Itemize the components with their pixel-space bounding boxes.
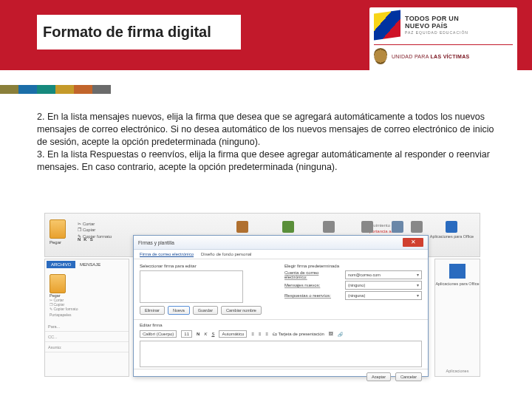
edit-signature-label: Editar firma [134,319,428,329]
select-signature-label: Seleccionar firma para editar [140,264,277,268]
bold-button[interactable]: N [78,237,81,242]
replies-label: Respuestas o reenvíos: [284,293,342,298]
address-book-icon[interactable] [236,221,248,233]
compose-copyfmt[interactable]: Copiar formato [53,307,78,311]
color-combo[interactable]: Automático [219,330,247,338]
file-tab[interactable]: ARCHIVO [47,261,75,268]
ok-button[interactable]: Aceptar [366,372,391,381]
cancel-button[interactable]: Cancelar [395,372,422,381]
check-names-icon[interactable] [282,221,294,233]
save-button[interactable]: Guardar [193,306,218,315]
account-combo[interactable]: nom@correo.com [345,270,422,279]
account-label: Cuenta de correo electrónico: [284,270,342,279]
paste-label: Pegar [50,240,66,245]
underline-button-2[interactable]: S [211,332,214,336]
to-field[interactable]: Para... [45,321,129,332]
logo-line2: NUEVO PAÍS [405,23,468,30]
paragraph-2: 2. En la lista mensajes nuevos, elija la… [37,111,495,149]
italic-button-2[interactable]: K [204,332,207,336]
replies-combo[interactable]: (ninguna) [345,291,422,300]
logo-bottom-prefix: UNIDAD PARA [392,54,429,59]
business-card-button[interactable]: Tarjeta de presentación [279,332,324,336]
new-button[interactable]: Nueva [168,306,190,315]
outlook-screenshot: Pegar ✂ Cortar ❐ Copiar ✎ Copiar formato… [44,213,480,383]
logo-area: TODOS POR UN NUEVO PAÍS PAZ EQUIDAD EDUC… [369,7,517,89]
signature-edit-area[interactable] [140,341,422,367]
message-tab[interactable]: MENSAJE [80,262,100,267]
office-apps-label: Aplicaciones para Office [430,234,474,239]
rename-button[interactable]: Cambiar nombre [221,306,262,315]
link-icon[interactable]: 🔗 [338,332,343,337]
delete-button[interactable]: Eliminar [140,306,165,315]
ribbon-cut[interactable]: Cortar [83,222,95,226]
paste-icon-2[interactable] [50,274,66,293]
paragraph-3: 3. En la lista Respuestas o reenvíos, el… [37,149,495,174]
ribbon-copy[interactable]: Copiar [83,228,96,232]
new-messages-label: Mensajes nuevos: [284,283,342,287]
new-messages-combo[interactable]: (ninguno) [345,281,422,290]
font-combo[interactable]: Calibri (Cuerpo) [140,330,177,338]
tab-stationery[interactable]: Diseño de fondo personal [201,252,251,256]
image-icon[interactable]: 🖼 [329,332,333,336]
office-apps-icon[interactable] [446,221,457,233]
color-strip [0,85,111,94]
signature-icon[interactable] [392,221,403,233]
compose-pane: ARCHIVO MENSAJE Pegar ✂ Cortar ❐ Copiar … [44,259,129,377]
signatures-dialog: Firmas y plantilla ✕ Firma de correo ele… [133,235,429,377]
logo-bottom-bold: LAS VÍCTIMAS [431,54,470,59]
clipboard-group: Portapapeles [50,313,124,317]
subject-field[interactable]: Asunto: [45,342,129,352]
cc-field[interactable]: CC... [45,332,129,342]
underline-button[interactable]: S [90,237,93,242]
apps-group-label: Aplicaciones [446,369,469,376]
colombia-flag-icon [374,10,400,40]
body-text: 2. En la lista mensajes nuevos, elija la… [37,111,495,173]
edit-toolbar: Calibri (Cuerpo) 11 N K S Automático ≡≡≡… [134,329,428,339]
attach-file-icon[interactable] [323,221,335,233]
dialog-title: Firmas y plantilla [138,240,174,245]
tab-email-signature[interactable]: Firma de correo electrónico [140,252,194,256]
page-title: Formato de firma digital [37,15,241,50]
logo-sub: PAZ EQUIDAD EDUCACIÓN [405,30,468,35]
default-signature-label: Elegir firma predeterminada [284,264,422,268]
italic-button[interactable]: K [83,237,86,242]
bold-button-2[interactable]: N [197,332,200,336]
attach-item-icon[interactable] [361,221,373,233]
apps-label: Aplicaciones para Office [435,282,479,286]
shield-icon [374,48,387,64]
size-combo[interactable]: 11 [181,330,192,338]
apps-icon[interactable] [449,264,466,279]
signature-listbox[interactable] [140,270,243,303]
paste-icon[interactable] [50,219,66,239]
close-button[interactable]: ✕ [403,238,423,247]
right-pane: Aplicaciones para Office Aplicaciones [434,259,480,377]
zoom-icon[interactable] [411,221,423,233]
